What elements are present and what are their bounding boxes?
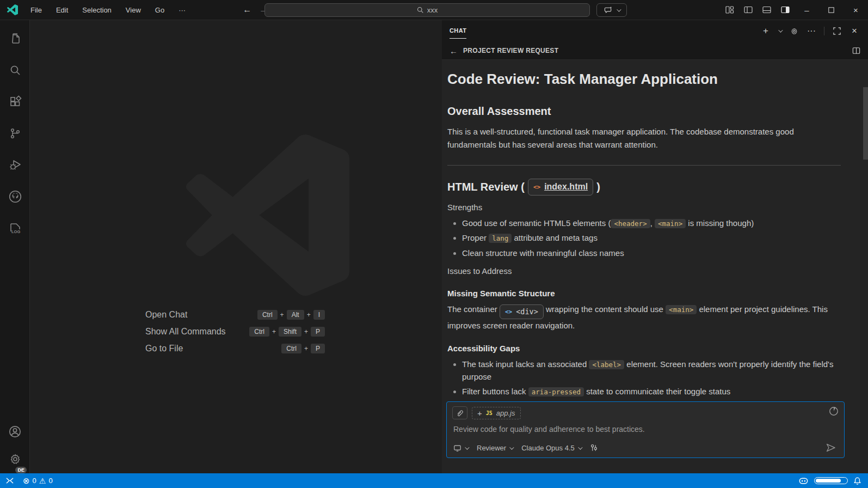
paperclip-icon	[456, 409, 464, 417]
shortcut-keys: Ctrl+Alt+I	[257, 310, 325, 320]
command-center-search[interactable]: xxx	[264, 3, 590, 17]
vscode-logo-icon	[7, 4, 18, 15]
chat-input-text[interactable]: Review code for quality and adherence to…	[447, 419, 844, 434]
list-item: Clean structure with meaningful class na…	[462, 247, 841, 259]
inline-code: <header>	[611, 219, 650, 228]
activity-bar: LOG DE	[0, 20, 30, 473]
attachment-chip-appjs[interactable]: + JS app.js	[472, 407, 521, 419]
account-icon[interactable]	[0, 418, 30, 444]
minimize-button[interactable]: –	[795, 0, 819, 20]
chat-input-box[interactable]: + JS app.js Review code for quality and …	[446, 401, 845, 458]
settings-gear-icon[interactable]: DE	[0, 446, 30, 472]
model-label: Claude Opus 4.5	[521, 444, 575, 452]
explorer-icon[interactable]	[0, 26, 30, 52]
close-panel-icon[interactable]: ×	[849, 26, 859, 36]
menu-file[interactable]: File	[26, 4, 47, 16]
keycap: Ctrl	[249, 327, 269, 337]
search-icon	[417, 7, 424, 14]
log-output-icon[interactable]: LOG	[0, 215, 30, 241]
keycap: Ctrl	[281, 344, 301, 353]
search-view-icon[interactable]	[0, 57, 30, 83]
keycap: P	[311, 344, 325, 353]
response-title: Code Review: Task Manager Application	[447, 68, 841, 90]
run-debug-icon[interactable]	[0, 152, 30, 178]
close-window-button[interactable]: ×	[844, 0, 868, 20]
configure-tools-icon[interactable]	[590, 444, 598, 452]
github-icon[interactable]	[0, 184, 30, 210]
menu-selection[interactable]: Selection	[77, 4, 116, 16]
element-reference-chip[interactable]: <><div>	[500, 304, 544, 319]
quota-progress-pill[interactable]	[814, 477, 848, 484]
heading-text: )	[596, 179, 600, 196]
list-item: Proper lang attribute and meta tags	[462, 231, 841, 244]
toggle-panel-button[interactable]	[759, 3, 775, 17]
new-chat-button[interactable]: +	[761, 26, 771, 36]
inline-code: <main>	[666, 305, 697, 314]
editor-welcome-area: Open Chat Ctrl+Alt+I Show All Commands C…	[30, 20, 442, 473]
svg-text:LOG: LOG	[11, 229, 20, 234]
keycap: Ctrl	[257, 310, 278, 320]
accessibility-heading: Accessibility Gaps	[447, 342, 841, 355]
quota-gauge-icon[interactable]	[829, 406, 839, 416]
accessibility-list: The task input lacks an associated <labe…	[447, 358, 841, 399]
chip-label: <div>	[516, 306, 538, 318]
copilot-menu-button[interactable]	[596, 3, 627, 17]
surface-picker[interactable]	[453, 444, 468, 452]
chat-settings-gear-icon[interactable]	[789, 26, 799, 36]
send-button[interactable]	[826, 443, 836, 453]
chevron-down-icon	[509, 445, 514, 449]
warning-count: 0	[48, 477, 52, 485]
shortcut-row: Go to File Ctrl+P	[145, 343, 325, 355]
notifications-bell-icon[interactable]	[853, 477, 861, 485]
inline-code: <main>	[655, 219, 686, 228]
shortcut-label: Show All Commands	[145, 327, 226, 337]
status-bar: ⊗ 0 ⚠ 0	[0, 473, 868, 488]
mode-picker[interactable]: Reviewer	[477, 444, 513, 452]
chat-scrollbar[interactable]	[863, 87, 868, 160]
list-item: The task input lacks an associated <labe…	[462, 358, 841, 383]
missing-structure-heading: Missing Semantic Structure	[447, 287, 841, 300]
menu-view[interactable]: View	[121, 4, 146, 16]
list-item: Good use of semantic HTML5 elements (<he…	[462, 217, 841, 229]
attach-button[interactable]	[452, 406, 467, 419]
add-context-icon: +	[477, 409, 482, 417]
extensions-icon[interactable]	[0, 89, 30, 115]
screen-icon	[453, 444, 461, 452]
new-chat-dropdown-icon[interactable]	[778, 28, 783, 32]
shortcut-label: Open Chat	[145, 310, 187, 320]
welcome-shortcuts: Open Chat Ctrl+Alt+I Show All Commands C…	[145, 309, 325, 355]
problems-indicator[interactable]: ⊗ 0 ⚠ 0	[20, 473, 56, 488]
statusbar-right	[798, 477, 868, 485]
back-icon[interactable]: ←	[450, 46, 458, 56]
shortcut-keys: Ctrl+Shift+P	[249, 327, 325, 337]
plus-separator: +	[280, 311, 284, 319]
model-picker[interactable]: Claude Opus 4.5	[521, 444, 581, 452]
chat-response: Code Review: Task Manager Application Ov…	[442, 60, 868, 399]
back-button[interactable]: ←	[243, 5, 251, 15]
menu-more[interactable]: ···	[174, 4, 190, 16]
file-chip-index-html[interactable]: <> index.html	[528, 179, 593, 196]
shortcut-label: Go to File	[145, 344, 183, 353]
more-actions-icon[interactable]: ···	[807, 26, 816, 36]
overall-assessment-heading: Overall Assessment	[447, 103, 841, 120]
chat-header-actions: + ··· ×	[761, 26, 868, 36]
tab-chat[interactable]: CHAT	[450, 24, 466, 39]
maximize-button[interactable]	[819, 0, 844, 20]
copilot-status-icon[interactable]	[798, 477, 809, 485]
html-review-heading: HTML Review ( <> index.html )	[447, 179, 841, 196]
warning-icon: ⚠	[39, 477, 46, 485]
open-in-editor-icon[interactable]	[852, 47, 868, 54]
toggle-secondary-sidebar-button[interactable]	[777, 3, 793, 17]
customize-layout-button[interactable]	[722, 3, 738, 17]
plus-separator: +	[304, 345, 308, 352]
menu-edit[interactable]: Edit	[51, 4, 73, 16]
keycap: Alt	[287, 310, 304, 320]
toggle-primary-sidebar-button[interactable]	[740, 3, 756, 17]
file-chip-label: index.html	[544, 180, 588, 194]
chat-panel-header: CHAT + ··· ×	[442, 20, 868, 42]
menu-go[interactable]: Go	[150, 4, 169, 16]
maximize-panel-icon[interactable]	[832, 26, 842, 36]
attachments-row: + JS app.js	[447, 402, 844, 419]
remote-indicator[interactable]	[0, 473, 20, 488]
source-control-icon[interactable]	[0, 120, 30, 147]
